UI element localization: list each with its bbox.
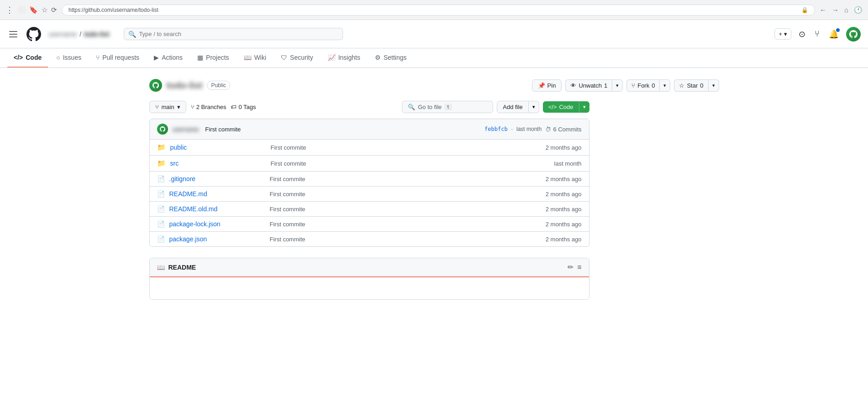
unwatch-main-button[interactable]: 👁 Unwatch 1 bbox=[565, 79, 612, 92]
commit-author: username bbox=[173, 126, 199, 133]
add-file-button[interactable]: Add file bbox=[497, 101, 528, 113]
unwatch-dropdown-button[interactable]: ▾ bbox=[612, 79, 623, 92]
pr-nav-button[interactable]: ⑂ bbox=[813, 27, 821, 41]
file-icon: 📄 bbox=[157, 220, 165, 228]
nav-hamburger[interactable] bbox=[7, 29, 19, 39]
user-avatar[interactable] bbox=[846, 27, 861, 42]
add-file-group: Add file ▾ bbox=[497, 101, 539, 113]
readme-list-button[interactable]: ≡ bbox=[577, 263, 581, 271]
pin-button[interactable]: 📌 Pin bbox=[532, 79, 562, 92]
file-name-link[interactable]: README.old.md bbox=[169, 205, 270, 213]
browser-chrome: ⋮ 🔖 ☆ ⟳ https://github.com/username/todo… bbox=[0, 0, 868, 20]
repo-actions: 📌 Pin 👁 Unwatch 1 ▾ ⑂ Fork 0 ▾ bbox=[532, 79, 719, 92]
main-content: todo-list Public 📌 Pin 👁 Unwatch 1 ▾ bbox=[142, 68, 726, 311]
tab-actions[interactable]: ▶ Actions bbox=[147, 48, 189, 68]
branch-chevron: ▾ bbox=[177, 104, 180, 110]
tags-link[interactable]: 🏷 0 Tags bbox=[231, 104, 256, 110]
github-logo[interactable] bbox=[26, 27, 41, 42]
plus-icon: + bbox=[779, 31, 782, 37]
commit-author-avatar bbox=[157, 124, 168, 135]
add-file-dropdown[interactable]: ▾ bbox=[529, 101, 539, 113]
history-icon[interactable]: 🕐 bbox=[854, 6, 863, 14]
commit-meta: febbfcb · last month ⏱ 6 Commits bbox=[484, 126, 581, 133]
tab-wiki[interactable]: 📖 Wiki bbox=[237, 48, 273, 68]
go-to-file-key: t bbox=[444, 104, 452, 110]
file-time: 2 months ago bbox=[527, 191, 582, 198]
tab-issues[interactable]: ○ Issues bbox=[50, 48, 88, 68]
tag-icon: 🏷 bbox=[231, 104, 237, 110]
table-row: 📁 public First commite 2 months ago bbox=[150, 140, 589, 156]
code-button-group: </> Code ▾ bbox=[543, 101, 589, 113]
url-text: https://github.com/username/todo-list bbox=[68, 7, 158, 13]
search-bar[interactable]: 🔍 bbox=[124, 28, 343, 40]
code-main-button[interactable]: </> Code bbox=[543, 101, 579, 113]
commit-hash[interactable]: febbfcb bbox=[484, 126, 508, 132]
table-row: 📄 README.old.md First commite 2 months a… bbox=[150, 202, 589, 217]
search-input[interactable] bbox=[124, 28, 343, 40]
tab-pull-requests[interactable]: ⑂ Pull requests bbox=[89, 48, 146, 68]
file-commit-msg: First commite bbox=[270, 236, 527, 243]
star-main-button[interactable]: ☆ Star 0 bbox=[674, 79, 708, 92]
go-to-file-button[interactable]: 🔍 Go to file t bbox=[402, 101, 493, 113]
code-dropdown-button[interactable]: ▾ bbox=[579, 101, 589, 113]
readme-content bbox=[150, 276, 589, 299]
repo-owner[interactable]: username bbox=[48, 31, 77, 38]
file-nav-right: 🔍 Go to file t Add file ▾ </> bbox=[402, 101, 589, 113]
readme-actions: ✏ ≡ bbox=[568, 263, 581, 271]
tab-settings[interactable]: ⚙ Settings bbox=[368, 48, 413, 68]
settings-icon: ⚙ bbox=[375, 54, 381, 61]
fork-dropdown-button[interactable]: ▾ bbox=[659, 79, 670, 92]
file-name-link[interactable]: .gitignore bbox=[169, 175, 270, 182]
commit-header: username First commite febbfcb · last mo… bbox=[150, 119, 589, 140]
file-icon: 📄 bbox=[157, 175, 165, 182]
file-name-link[interactable]: README.md bbox=[169, 190, 270, 198]
file-commit-msg: First commite bbox=[270, 206, 527, 213]
notification-icon-wrapper: 🔔 bbox=[827, 27, 841, 41]
file-name-link[interactable]: package.json bbox=[169, 235, 270, 243]
commits-count-text: 6 Commits bbox=[553, 126, 581, 133]
pin-icon: 📌 bbox=[538, 82, 545, 89]
readme-book-icon: 📖 bbox=[157, 264, 165, 271]
table-row: 📄 package.json First commite 2 months ag… bbox=[150, 232, 589, 246]
file-commit-msg: First commite bbox=[270, 221, 527, 228]
file-icon: 📄 bbox=[157, 190, 165, 198]
refresh-icon[interactable]: ⟳ bbox=[51, 6, 57, 14]
issues-nav-button[interactable]: ⊙ bbox=[797, 27, 807, 41]
repo-avatar bbox=[149, 79, 162, 92]
actions-icon: ▶ bbox=[154, 54, 159, 61]
commits-link[interactable]: ⏱ 6 Commits bbox=[545, 126, 581, 133]
readme-edit-button[interactable]: ✏ bbox=[568, 263, 573, 271]
file-name-link[interactable]: src bbox=[170, 160, 271, 167]
fork-main-button[interactable]: ⑂ Fork 0 bbox=[626, 79, 659, 92]
file-commit-msg: First commite bbox=[270, 191, 527, 198]
branch-selector[interactable]: ⑂ main ▾ bbox=[149, 101, 186, 113]
new-button[interactable]: + ▾ bbox=[774, 28, 791, 40]
file-time: 2 months ago bbox=[527, 236, 582, 243]
star-icon[interactable]: ☆ bbox=[42, 6, 47, 14]
search-go-icon: 🔍 bbox=[408, 104, 415, 110]
table-row: 📄 .gitignore First commite 2 months ago bbox=[150, 172, 589, 187]
home-icon[interactable]: ⌂ bbox=[844, 6, 848, 14]
repo-name-nav[interactable]: todo-list bbox=[84, 31, 109, 38]
tab-projects[interactable]: ▦ Projects bbox=[191, 48, 236, 68]
clock-icon: ⏱ bbox=[545, 126, 551, 133]
forward-icon[interactable]: → bbox=[832, 6, 839, 14]
repo-title: todo-list Public bbox=[149, 79, 231, 92]
fork-icon: ⑂ bbox=[631, 82, 635, 89]
back-icon[interactable]: ← bbox=[820, 6, 826, 14]
address-bar[interactable]: https://github.com/username/todo-list 🔒 bbox=[62, 5, 815, 16]
hamburger-menu[interactable]: ⋮ bbox=[5, 5, 14, 15]
search-icon: 🔍 bbox=[128, 31, 136, 38]
bookmark-icon[interactable]: 🔖 bbox=[29, 6, 38, 14]
layout-main: ⑂ main ▾ ⑂ 2 Branches 🏷 0 Tags bbox=[149, 101, 719, 300]
branches-icon: ⑂ bbox=[191, 104, 195, 110]
file-name-link[interactable]: package-lock.json bbox=[169, 220, 270, 228]
tab-insights[interactable]: 📈 Insights bbox=[321, 48, 367, 68]
file-name-link[interactable]: public bbox=[170, 144, 271, 151]
branches-link[interactable]: ⑂ 2 Branches bbox=[191, 104, 226, 110]
tab-code[interactable]: </> Code bbox=[7, 48, 48, 68]
star-dropdown-button[interactable]: ▾ bbox=[708, 79, 719, 92]
pr-tab-icon: ⑂ bbox=[96, 54, 100, 61]
layout-content: ⑂ main ▾ ⑂ 2 Branches 🏷 0 Tags bbox=[149, 101, 589, 300]
tab-security[interactable]: 🛡 Security bbox=[274, 48, 320, 68]
